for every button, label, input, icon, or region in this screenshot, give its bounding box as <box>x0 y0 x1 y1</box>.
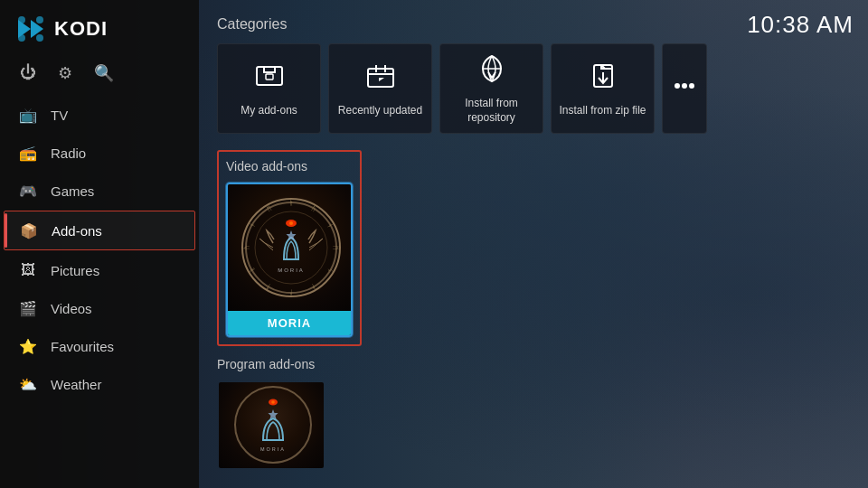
addon-card-moria[interactable]: ᚱ ᚢ ᚾ ᛖ ᛊ ᚠ ᚩ ᛏ ᚱ ᚢ ᚾ ᛖ <box>226 183 353 337</box>
recently-updated-label: Recently updated <box>338 104 422 118</box>
svg-point-5 <box>36 34 43 42</box>
svg-marker-31 <box>287 230 297 240</box>
tv-icon: 📺 <box>18 105 38 125</box>
svg-point-12 <box>682 83 687 89</box>
svg-point-14 <box>246 202 336 293</box>
moria-addon-image: ᚱ ᚢ ᚾ ᛖ ᛊ ᚠ ᚩ ᛏ ᚱ ᚢ ᚾ ᛖ <box>228 184 353 311</box>
svg-text:ᚩ: ᚩ <box>289 289 293 296</box>
more-icon <box>668 70 701 108</box>
category-install-from-repo[interactable]: Install from repository <box>439 43 543 134</box>
sidebar-item-videos[interactable]: 🎬 Videos <box>0 289 199 327</box>
clock: 10:38 AM <box>747 11 854 39</box>
sidebar-item-tv[interactable]: 📺 TV <box>0 96 199 134</box>
power-icon[interactable]: ⏻ <box>20 63 36 83</box>
sidebar-label-pictures: Pictures <box>51 263 99 278</box>
category-recently-updated[interactable]: Recently updated <box>328 43 432 134</box>
addon-card-moria-program[interactable]: MORIA <box>217 380 326 470</box>
program-addons-section: Program add-ons MORIA <box>217 357 850 470</box>
sidebar: KODI ⏻ ⚙ 🔍 📺 TV 📻 Radio 🎮 Games 📦 <box>0 0 199 488</box>
video-addons-grid: ᚱ ᚢ ᚾ ᛖ ᛊ ᚠ ᚩ ᛏ ᚱ ᚢ ᚾ ᛖ <box>226 183 353 337</box>
svg-text:ᛖ: ᛖ <box>333 246 339 249</box>
favourites-icon: ⭐ <box>18 336 38 356</box>
search-icon[interactable]: 🔍 <box>94 63 114 83</box>
category-row: My add-ons Recently updated <box>217 43 850 134</box>
sidebar-label-favourites: Favourites <box>51 339 114 354</box>
settings-icon[interactable]: ⚙ <box>58 63 72 83</box>
svg-text:ᚢ: ᚢ <box>243 246 250 249</box>
video-addons-label: Video add-ons <box>226 159 353 174</box>
svg-rect-6 <box>257 67 282 85</box>
category-my-addons[interactable]: My add-ons <box>217 43 321 134</box>
pictures-icon: 🖼 <box>18 260 38 280</box>
program-addons-grid: MORIA <box>217 380 850 470</box>
video-addons-section: Video add-ons ᚱ ᚢ <box>217 150 362 346</box>
sidebar-label-addons: Add-ons <box>52 223 102 239</box>
sidebar-item-radio[interactable]: 📻 Radio <box>0 134 199 172</box>
svg-point-11 <box>675 83 680 89</box>
svg-point-4 <box>18 34 25 42</box>
svg-point-2 <box>18 16 25 23</box>
moria-addon-name: MORIA <box>228 311 351 335</box>
videos-icon: 🎬 <box>18 298 38 318</box>
svg-point-3 <box>36 16 43 23</box>
addons-icon: 📦 <box>19 221 39 240</box>
sidebar-nav: 📺 TV 📻 Radio 🎮 Games 📦 Add-ons 🖼 Picture… <box>0 96 199 488</box>
sidebar-icon-buttons: ⏻ ⚙ 🔍 <box>0 54 199 96</box>
recently-updated-icon <box>364 60 397 99</box>
kodi-logo-icon <box>14 13 47 45</box>
sidebar-label-weather: Weather <box>51 377 101 392</box>
sidebar-label-tv: TV <box>51 108 68 123</box>
svg-rect-7 <box>266 74 273 80</box>
sidebar-item-favourites[interactable]: ⭐ Favourites <box>0 327 199 365</box>
sidebar-header: KODI <box>0 0 199 54</box>
category-install-from-zip[interactable]: Install from zip file <box>551 43 655 134</box>
weather-icon: ⛅ <box>18 374 38 394</box>
sidebar-label-radio: Radio <box>51 145 86 161</box>
sidebar-item-addons[interactable]: 📦 Add-ons <box>4 211 195 250</box>
sidebar-item-games[interactable]: 🎮 Games <box>0 172 199 210</box>
moria-emblem: ᚱ ᚢ ᚾ ᛖ ᛊ ᚠ ᚩ ᛏ ᚱ ᚢ ᚾ ᛖ <box>241 198 341 297</box>
sidebar-item-pictures[interactable]: 🖼 Pictures <box>0 251 199 289</box>
sidebar-label-videos: Videos <box>51 301 92 316</box>
main-content: 10:38 AM Categories My add-ons <box>199 0 868 488</box>
install-from-zip-label: Install from zip file <box>559 104 646 118</box>
moria-program-image: MORIA <box>219 382 326 468</box>
kodi-title: KODI <box>54 17 108 41</box>
games-icon: 🎮 <box>18 181 38 201</box>
install-from-zip-icon <box>587 60 619 99</box>
radio-icon: 📻 <box>18 143 38 163</box>
install-from-repo-label: Install from repository <box>448 97 535 125</box>
install-from-repo-icon <box>476 52 508 91</box>
svg-point-29 <box>289 221 293 225</box>
sidebar-label-games: Games <box>51 183 94 199</box>
svg-point-35 <box>271 400 275 404</box>
sidebar-item-weather[interactable]: ⛅ Weather <box>0 365 199 403</box>
svg-text:MORIA: MORIA <box>278 267 305 273</box>
program-addons-label: Program add-ons <box>217 357 850 371</box>
svg-point-13 <box>689 83 694 89</box>
svg-text:MORIA: MORIA <box>260 446 286 452</box>
category-more[interactable] <box>662 43 707 134</box>
svg-text:ᚱ: ᚱ <box>289 200 293 206</box>
my-addons-icon <box>253 60 286 99</box>
my-addons-label: My add-ons <box>241 104 297 118</box>
